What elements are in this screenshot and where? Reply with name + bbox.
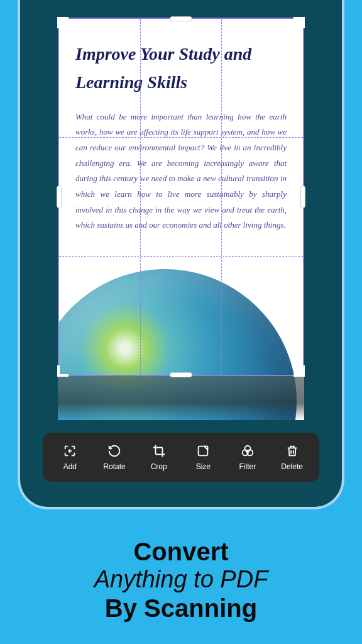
tool-label: Add [63,462,77,471]
add-button[interactable]: Add [53,444,87,471]
tool-label: Rotate [103,462,125,471]
filter-button[interactable]: Filter [231,444,265,471]
trash-icon [285,444,299,458]
size-icon [196,444,210,458]
edit-toolbar: Add Rotate Crop Size Filter [43,433,319,482]
tool-label: Delete [281,462,303,471]
crop-button[interactable]: Crop [142,444,176,471]
add-icon [63,444,77,458]
crop-icon [152,444,166,458]
document-title: Improve Your Study and Learning Skills [75,40,287,97]
tool-label: Filter [239,462,256,471]
rotate-icon [107,444,121,458]
marketing-line-1: Convert [0,537,362,566]
marketing-line-3: By Scanning [0,594,362,623]
size-button[interactable]: Size [186,444,220,471]
delete-button[interactable]: Delete [275,444,309,471]
scanned-document[interactable]: Improve Your Study and Learning Skills W… [58,18,304,420]
marketing-line-2: Anything to PDF [0,566,362,594]
tool-label: Crop [151,462,167,471]
tool-label: Size [196,462,211,471]
rotate-button[interactable]: Rotate [97,444,131,471]
torn-paper-edge [58,376,304,420]
filter-icon [241,444,255,458]
document-body: What could be more important than learni… [75,109,287,234]
phone-frame: Improve Your Study and Learning Skills W… [18,0,344,509]
marketing-text: Convert Anything to PDF By Scanning [0,537,362,623]
